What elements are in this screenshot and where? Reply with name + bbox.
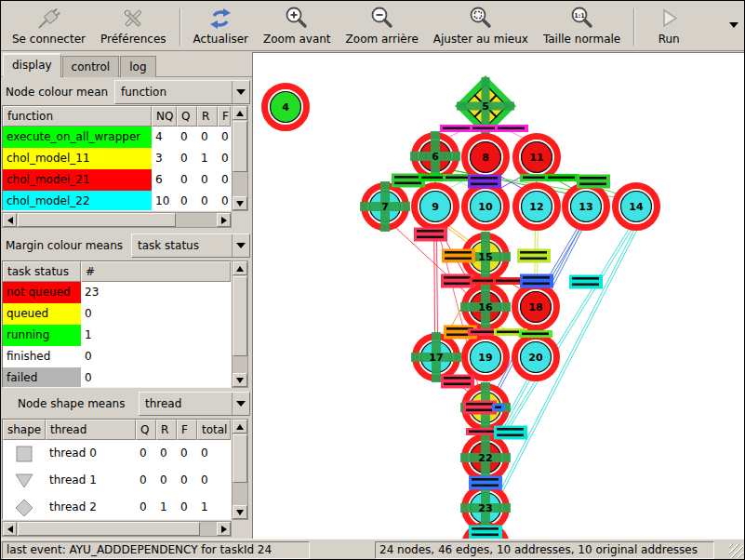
thread-shape-table-vscrollbar[interactable] xyxy=(232,419,248,520)
column-header[interactable]: Q xyxy=(177,106,197,127)
cell: 0 xyxy=(218,169,231,191)
zoom-out-button[interactable]: Zoom arrière xyxy=(339,4,426,47)
edge-address-label xyxy=(469,526,502,540)
zoom-100-button[interactable]: 1:1 Taille normale xyxy=(536,4,628,47)
column-header[interactable]: NQ xyxy=(152,106,177,127)
svg-text:12: 12 xyxy=(529,201,543,213)
diamond-icon xyxy=(3,494,46,520)
graph-node-20[interactable]: 20 xyxy=(515,337,557,379)
table-row[interactable]: queued 0 xyxy=(3,303,231,325)
table-row[interactable]: chol_model_21 6 0 0 0 xyxy=(3,169,231,191)
table-row[interactable]: thread 1 0 0 0 0 xyxy=(3,467,231,494)
node-shape-combo-value: thread xyxy=(140,397,232,410)
graph-node-11[interactable]: 11 xyxy=(516,137,558,179)
scrollbar-thumb[interactable] xyxy=(233,121,247,172)
graph-node-9[interactable]: 9 xyxy=(415,186,457,228)
function-name[interactable]: execute_on_all_wrapper xyxy=(3,127,152,148)
edge-address-label xyxy=(441,375,474,389)
margin-colour-combo[interactable]: task status xyxy=(131,233,250,258)
cell: 0 xyxy=(177,169,197,191)
column-header[interactable]: R xyxy=(156,420,177,440)
svg-text:14: 14 xyxy=(629,201,644,213)
node-colour-combo[interactable]: function xyxy=(114,80,250,104)
column-header[interactable]: function xyxy=(3,106,152,127)
svg-text:7: 7 xyxy=(381,201,389,213)
connect-button[interactable]: Se connecter xyxy=(5,4,93,47)
graph-node-14[interactable]: 14 xyxy=(616,186,658,228)
cell: 1 xyxy=(197,148,218,169)
column-header[interactable]: F xyxy=(177,420,197,440)
graph-node-8[interactable]: 8 xyxy=(465,137,507,179)
thread-shape-table-hscrollbar[interactable] xyxy=(2,521,232,537)
thread-name: thread 2 xyxy=(46,494,136,520)
scrollbar-thumb[interactable] xyxy=(18,213,176,227)
edge-address-label xyxy=(463,401,497,415)
node-colour-combo-value: function xyxy=(115,86,232,99)
resize-grip-icon[interactable] xyxy=(729,544,743,558)
graph-node-18[interactable]: 18 xyxy=(515,287,557,328)
edge-address-label xyxy=(495,125,528,132)
graph-node-22[interactable]: 22 xyxy=(460,433,511,483)
graph-canvas[interactable]: 456811791012131415161817192021222324 xyxy=(252,52,745,540)
scrollbar-thumb[interactable] xyxy=(18,522,200,536)
column-header[interactable]: R xyxy=(197,106,218,127)
toolbar-separator xyxy=(180,8,180,46)
function-name[interactable]: chol_model_11 xyxy=(3,148,152,169)
cell: 0 xyxy=(197,169,218,191)
graph-node-10[interactable]: 10 xyxy=(465,186,507,228)
table-row[interactable]: finished 0 xyxy=(3,346,231,367)
function-table-hscrollbar[interactable] xyxy=(2,212,232,228)
zoom-fit-button[interactable]: Ajuster au mieux xyxy=(426,4,536,47)
table-row[interactable]: thread 0 0 0 0 0 xyxy=(3,440,231,467)
tab-control[interactable]: control xyxy=(62,56,120,77)
scrollbar-thumb[interactable] xyxy=(233,276,247,356)
graph-node-13[interactable]: 13 xyxy=(565,186,607,228)
node-shape-label: Node shape means xyxy=(18,397,125,410)
graph-node-19[interactable]: 19 xyxy=(465,337,507,379)
graph-node-12[interactable]: 12 xyxy=(516,186,558,228)
status-name[interactable]: failed xyxy=(3,367,81,388)
graph-node-16[interactable]: 16 xyxy=(460,282,511,332)
graph-node-7[interactable]: 7 xyxy=(360,181,410,232)
column-header[interactable]: Q xyxy=(136,420,156,440)
column-header[interactable]: # xyxy=(81,261,231,282)
run-button[interactable]: Run xyxy=(640,4,698,47)
task-graph-svg[interactable]: 456811791012131415161817192021222324 xyxy=(253,53,745,540)
graph-node-4[interactable]: 4 xyxy=(265,87,307,128)
column-header[interactable]: shape xyxy=(3,420,46,440)
edge-address-label xyxy=(441,274,474,288)
function-name[interactable]: chol_model_21 xyxy=(3,169,152,191)
column-header[interactable]: total xyxy=(197,420,231,440)
refresh-button[interactable]: Actualiser xyxy=(186,4,257,47)
table-row[interactable]: chol_model_22 10 0 0 0 xyxy=(3,191,231,211)
column-header[interactable]: thread xyxy=(46,420,136,440)
tab-log[interactable]: log xyxy=(120,56,155,77)
scrollbar-thumb[interactable] xyxy=(233,434,247,483)
svg-text:8: 8 xyxy=(482,152,489,164)
status-name[interactable]: finished xyxy=(3,346,81,367)
cell: 0 xyxy=(218,191,231,211)
function-name[interactable]: chol_model_22 xyxy=(3,191,152,211)
preferences-button[interactable]: Préférences xyxy=(93,4,174,47)
node-shape-combo[interactable]: thread xyxy=(139,392,250,416)
table-row[interactable]: failed 0 xyxy=(3,367,231,388)
table-row[interactable]: running 1 xyxy=(3,325,231,346)
function-table-vscrollbar[interactable] xyxy=(232,105,248,211)
toolbar-overflow-button[interactable] xyxy=(725,16,742,34)
edge-address-label xyxy=(414,228,447,242)
table-row[interactable]: thread 2 0 1 0 1 xyxy=(3,494,231,520)
zoom-in-button[interactable]: Zoom avant xyxy=(256,4,339,47)
column-header[interactable]: F xyxy=(218,106,231,127)
connect-icon xyxy=(35,6,61,32)
table-row[interactable]: chol_model_11 3 0 1 0 xyxy=(3,148,231,169)
table-row[interactable]: execute_on_all_wrapper 4 0 0 0 xyxy=(3,127,231,148)
cell: 0 xyxy=(156,440,177,467)
task-status-table-vscrollbar[interactable] xyxy=(232,260,248,388)
status-name[interactable]: not queued xyxy=(3,282,81,303)
status-name[interactable]: queued xyxy=(3,303,81,325)
table-row[interactable]: not queued 23 xyxy=(3,282,231,303)
column-header[interactable]: task status xyxy=(3,261,81,282)
status-name[interactable]: running xyxy=(3,325,81,346)
tab-display[interactable]: display xyxy=(3,53,61,77)
edge-address-label xyxy=(492,404,505,411)
